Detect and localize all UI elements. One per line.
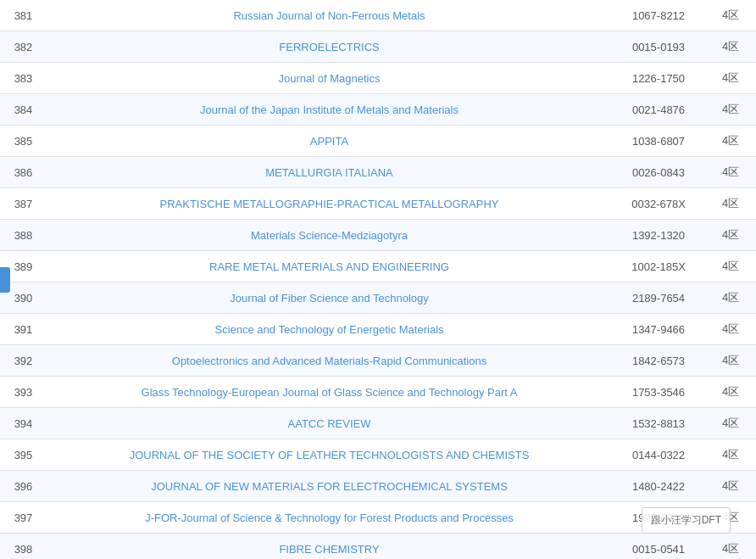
table-row: 392Optoelectronics and Advanced Material… (0, 345, 756, 377)
journal-title[interactable]: Russian Journal of Non-Ferrous Metals (47, 0, 612, 31)
journal-title[interactable]: Optoelectronics and Advanced Materials-R… (47, 345, 612, 377)
zone-badge: 4区 (705, 0, 756, 31)
table-row: 382FERROELECTRICS0015-01934区 (0, 31, 756, 63)
journal-table-container: 381Russian Journal of Non-Ferrous Metals… (0, 0, 756, 559)
row-number: 384 (0, 94, 47, 126)
table-row: 398FIBRE CHEMISTRY0015-05414区 (0, 534, 756, 560)
issn: 0015-0193 (612, 31, 705, 63)
journal-title[interactable]: FERROELECTRICS (47, 31, 612, 63)
journal-title[interactable]: JOURNAL OF THE SOCIETY OF LEATHER TECHNO… (47, 439, 612, 471)
row-number: 393 (0, 377, 47, 408)
journal-title[interactable]: J-FOR-Journal of Science & Technology fo… (47, 502, 612, 534)
zone-badge: 4区 (705, 126, 756, 157)
issn: 1392-1320 (612, 220, 705, 251)
issn: 1038-6807 (612, 126, 705, 157)
table-row: 386METALLURGIA ITALIANA0026-08434区 (0, 157, 756, 188)
zone-badge: 4区 (705, 282, 756, 314)
table-row: 396JOURNAL OF NEW MATERIALS FOR ELECTROC… (0, 471, 756, 502)
journal-title[interactable]: RARE METAL MATERIALS AND ENGINEERING (47, 251, 612, 282)
journal-title[interactable]: PRAKTISCHE METALLOGRAPHIE-PRACTICAL META… (47, 188, 612, 220)
row-number: 394 (0, 408, 47, 439)
row-number: 397 (0, 502, 47, 534)
zone-badge: 4区 (705, 345, 756, 377)
row-number: 385 (0, 126, 47, 157)
zone-badge: 4区 (705, 439, 756, 471)
table-row: 384Journal of the Japan Institute of Met… (0, 94, 756, 126)
row-number: 388 (0, 220, 47, 251)
table-row: 391Science and Technology of Energetic M… (0, 314, 756, 345)
zone-badge: 4区 (705, 251, 756, 282)
issn: 1753-3546 (612, 377, 705, 408)
issn: 0026-0843 (612, 157, 705, 188)
journal-title[interactable]: Journal of the Japan Institute of Metals… (47, 94, 612, 126)
zone-badge: 4区 (705, 31, 756, 63)
issn: 1002-185X (612, 251, 705, 282)
row-number: 381 (0, 0, 47, 31)
journal-title[interactable]: Science and Technology of Energetic Mate… (47, 314, 612, 345)
row-number: 398 (0, 534, 47, 560)
issn: 1347-9466 (612, 314, 705, 345)
table-row: 383Journal of Magnetics1226-17504区 (0, 63, 756, 94)
zone-badge: 4区 (705, 408, 756, 439)
watermark: 跟小汪学习DFT (642, 507, 731, 534)
issn: 0015-0541 (612, 534, 705, 560)
zone-badge: 4区 (705, 471, 756, 502)
table-row: 395JOURNAL OF THE SOCIETY OF LEATHER TEC… (0, 439, 756, 471)
watermark-text: 跟小汪学习DFT (651, 514, 721, 526)
issn: 2189-7654 (612, 282, 705, 314)
zone-badge: 4区 (705, 188, 756, 220)
journal-title[interactable]: FIBRE CHEMISTRY (47, 534, 612, 560)
row-number: 396 (0, 471, 47, 502)
journal-title[interactable]: JOURNAL OF NEW MATERIALS FOR ELECTROCHEM… (47, 471, 612, 502)
zone-badge: 4区 (705, 314, 756, 345)
zone-badge: 4区 (705, 94, 756, 126)
row-number: 395 (0, 439, 47, 471)
row-number: 386 (0, 157, 47, 188)
issn: 1067-8212 (612, 0, 705, 31)
side-indicator (0, 267, 10, 293)
zone-badge: 4区 (705, 157, 756, 188)
table-row: 387PRAKTISCHE METALLOGRAPHIE-PRACTICAL M… (0, 188, 756, 220)
issn: 0032-678X (612, 188, 705, 220)
journal-table: 381Russian Journal of Non-Ferrous Metals… (0, 0, 756, 559)
table-row: 381Russian Journal of Non-Ferrous Metals… (0, 0, 756, 31)
issn: 0144-0322 (612, 439, 705, 471)
journal-title[interactable]: AATCC REVIEW (47, 408, 612, 439)
table-row: 393Glass Technology-European Journal of … (0, 377, 756, 408)
table-row: 394AATCC REVIEW1532-88134区 (0, 408, 756, 439)
row-number: 383 (0, 63, 47, 94)
row-number: 382 (0, 31, 47, 63)
zone-badge: 4区 (705, 63, 756, 94)
journal-title[interactable]: METALLURGIA ITALIANA (47, 157, 612, 188)
table-row: 390Journal of Fiber Science and Technolo… (0, 282, 756, 314)
table-row: 389RARE METAL MATERIALS AND ENGINEERING1… (0, 251, 756, 282)
journal-title[interactable]: Journal of Magnetics (47, 63, 612, 94)
table-row: 385APPITA1038-68074区 (0, 126, 756, 157)
table-row: 388Materials Science-Medziagotyra1392-13… (0, 220, 756, 251)
journal-title[interactable]: Journal of Fiber Science and Technology (47, 282, 612, 314)
journal-title[interactable]: APPITA (47, 126, 612, 157)
zone-badge: 4区 (705, 377, 756, 408)
row-number: 392 (0, 345, 47, 377)
issn: 0021-4876 (612, 94, 705, 126)
zone-badge: 4区 (705, 220, 756, 251)
journal-title[interactable]: Materials Science-Medziagotyra (47, 220, 612, 251)
zone-badge: 4区 (705, 534, 756, 560)
issn: 1226-1750 (612, 63, 705, 94)
row-number: 391 (0, 314, 47, 345)
issn: 1480-2422 (612, 471, 705, 502)
journal-title[interactable]: Glass Technology-European Journal of Gla… (47, 377, 612, 408)
issn: 1532-8813 (612, 408, 705, 439)
issn: 1842-6573 (612, 345, 705, 377)
row-number: 387 (0, 188, 47, 220)
